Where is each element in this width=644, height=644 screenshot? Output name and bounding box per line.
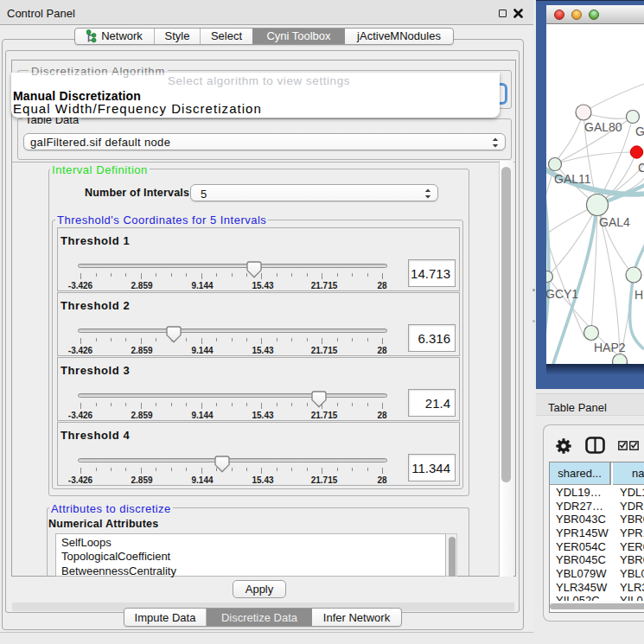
svg-text:GCY1: GCY1	[546, 287, 578, 301]
svg-text:GAL11: GAL11	[554, 172, 591, 186]
svg-text:GAL80: GAL80	[584, 120, 622, 134]
svg-text:C: C	[638, 161, 644, 175]
svg-text:GAL4: GAL4	[599, 215, 630, 229]
svg-text:H: H	[634, 288, 643, 302]
svg-text:HAP2: HAP2	[594, 341, 626, 354]
svg-text:G: G	[635, 124, 644, 138]
